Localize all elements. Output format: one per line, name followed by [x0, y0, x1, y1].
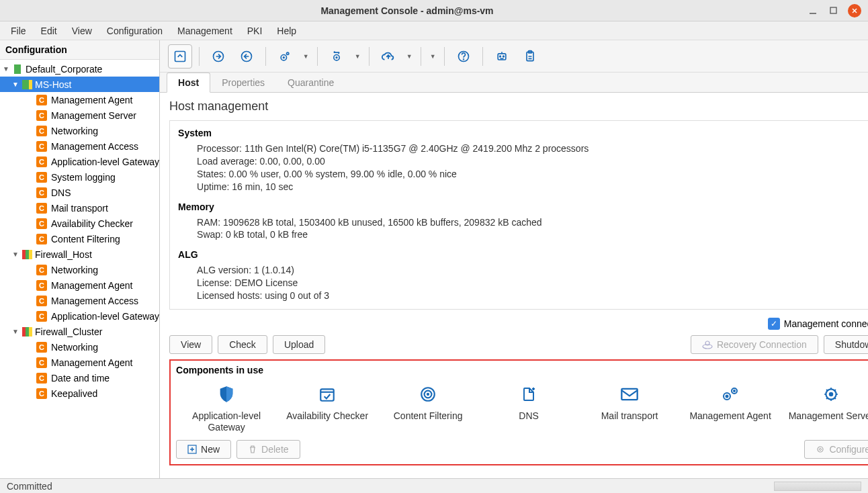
- tree-comp-networking[interactable]: CNetworking: [0, 262, 159, 277]
- svg-point-15: [500, 56, 501, 57]
- component-icon: C: [36, 357, 47, 368]
- tool-up-icon[interactable]: [168, 44, 192, 69]
- shutdown-button[interactable]: Shutdown: [824, 335, 868, 354]
- menu-pki[interactable]: PKI: [241, 23, 269, 39]
- status-progress: [774, 482, 861, 491]
- status-icon: [21, 79, 32, 90]
- tool-dropdown-icon[interactable]: ▼: [404, 53, 414, 60]
- svg-point-34: [830, 393, 832, 396]
- upload-button[interactable]: Upload: [273, 335, 325, 354]
- tool-dropdown-icon[interactable]: ▼: [301, 53, 310, 60]
- tree-comp-content-filtering[interactable]: CContent Filtering: [0, 231, 159, 246]
- status-icon: [21, 249, 32, 260]
- expand-arrow-icon[interactable]: ▼: [12, 81, 21, 88]
- expand-arrow-icon[interactable]: ▼: [12, 251, 21, 258]
- tool-commit-in-icon[interactable]: [206, 44, 230, 69]
- tree-comp-mail-transport[interactable]: CMail transport: [0, 200, 159, 216]
- component-availability-checker[interactable]: Availability Checker: [277, 385, 378, 433]
- tree-comp-keepalived[interactable]: CKeepalived: [0, 386, 159, 401]
- system-states: States: 0.00 % user, 0.00 % system, 99.0…: [178, 168, 868, 181]
- tree-comp-management-agent[interactable]: CManagement Agent: [0, 277, 159, 293]
- component-management-agent[interactable]: Management Agent: [680, 385, 781, 433]
- tree-host-ms-host[interactable]: ▼MS-Host: [0, 77, 159, 92]
- maximize-button[interactable]: [828, 5, 838, 16]
- tool-help-icon[interactable]: [451, 44, 476, 69]
- tree-comp-networking[interactable]: CNetworking: [0, 123, 159, 138]
- component-icon: C: [36, 265, 47, 275]
- plus-icon: [187, 445, 197, 454]
- menu-help[interactable]: Help: [270, 23, 303, 39]
- minimize-button[interactable]: [808, 5, 818, 16]
- sidebar: Configuration ▼Default_Corporate▼MS-Host…: [0, 40, 160, 478]
- component-application-level-gateway[interactable]: Application-level Gateway: [176, 385, 277, 433]
- tree-comp-application-level-gateway[interactable]: CApplication-level Gateway: [0, 308, 159, 324]
- status-icon: [12, 64, 23, 75]
- tree-label: Management Access: [51, 296, 138, 306]
- menu-management[interactable]: Management: [171, 23, 239, 39]
- menu-file[interactable]: File: [4, 23, 33, 39]
- tree-comp-networking[interactable]: CNetworking: [0, 339, 159, 355]
- tree-comp-management-access[interactable]: CManagement Access: [0, 138, 159, 154]
- tree-host-firewall-cluster[interactable]: ▼Firewall_Cluster: [0, 324, 159, 339]
- component-management-server[interactable]: Management Server: [781, 385, 868, 433]
- calendar-check-icon: [318, 385, 337, 404]
- tree-comp-management-agent[interactable]: CManagement Agent: [0, 92, 159, 107]
- target-icon: [419, 385, 437, 404]
- view-button[interactable]: View: [169, 335, 212, 354]
- tree-label: Firewall_Host: [35, 249, 92, 260]
- expand-arrow-icon[interactable]: ▼: [12, 328, 21, 335]
- tree-site-default-corporate[interactable]: ▼Default_Corporate: [0, 61, 159, 77]
- tree-comp-system-logging[interactable]: CSystem logging: [0, 169, 159, 185]
- tree-comp-application-level-gateway[interactable]: CApplication-level Gateway: [0, 154, 159, 169]
- new-component-button[interactable]: New: [176, 440, 231, 459]
- tool-commit-out-icon[interactable]: [234, 44, 259, 69]
- tool-robot-icon[interactable]: [490, 44, 514, 69]
- statusbar: Committed: [0, 478, 868, 493]
- tool-gear-swap-icon[interactable]: [324, 44, 349, 69]
- configure-component-button[interactable]: Configure: [804, 440, 868, 459]
- tree-label: Mail transport: [51, 203, 108, 214]
- mail-icon: [620, 385, 639, 404]
- tool-gear-view-icon[interactable]: [273, 44, 297, 69]
- tree-comp-date-and-time[interactable]: CDate and time: [0, 370, 159, 386]
- svg-point-13: [464, 58, 464, 59]
- tree-label: Management Access: [51, 141, 138, 152]
- tool-clipboard-icon[interactable]: [518, 44, 542, 69]
- tab-host[interactable]: Host: [167, 73, 210, 93]
- menu-configuration[interactable]: Configuration: [100, 23, 169, 39]
- component-dns[interactable]: DNS: [478, 385, 579, 433]
- component-content-filtering[interactable]: Content Filtering: [378, 385, 478, 433]
- expand-arrow-icon[interactable]: ▼: [3, 65, 12, 73]
- alg-version: ALG version: 1 (1.0.14): [178, 264, 868, 277]
- close-button[interactable]: [848, 4, 861, 17]
- system-info-box: System Processor: 11th Gen Intel(R) Core…: [169, 120, 868, 310]
- tree-comp-management-agent[interactable]: CManagement Agent: [0, 355, 159, 370]
- toolbar-separator: [199, 47, 200, 66]
- component-mail-transport[interactable]: Mail transport: [579, 385, 680, 433]
- tree-comp-management-server[interactable]: CManagement Server: [0, 107, 159, 123]
- tool-dropdown-icon[interactable]: ▼: [353, 53, 362, 60]
- delete-component-button[interactable]: Delete: [236, 440, 300, 459]
- tab-properties[interactable]: Properties: [210, 73, 276, 93]
- menu-view[interactable]: View: [65, 23, 99, 39]
- tool-upload-cloud-icon[interactable]: [376, 44, 400, 69]
- tree-label: Networking: [51, 265, 98, 275]
- gear-icon: [822, 385, 840, 404]
- tree-host-firewall-host[interactable]: ▼Firewall_Host: [0, 246, 159, 262]
- component-label: Content Filtering: [394, 410, 463, 422]
- tree-comp-availability-checker[interactable]: CAvailability Checker: [0, 216, 159, 231]
- management-connection-checkbox[interactable]: ✓: [768, 318, 780, 330]
- config-tree[interactable]: ▼Default_Corporate▼MS-HostCManagement Ag…: [0, 60, 159, 478]
- component-icon: C: [36, 234, 47, 244]
- tool-dropdown-icon[interactable]: ▼: [428, 53, 437, 60]
- system-heading: System: [178, 128, 868, 138]
- tab-quarantine[interactable]: Quarantine: [276, 73, 345, 93]
- tree-comp-management-access[interactable]: CManagement Access: [0, 293, 159, 308]
- recovery-connection-button[interactable]: Recovery Connection: [691, 335, 818, 354]
- tree-comp-dns[interactable]: CDNS: [0, 185, 159, 200]
- titlebar: Management Console - admin@ms-vm: [0, 0, 868, 21]
- check-button[interactable]: Check: [218, 335, 267, 354]
- system-load: Load average: 0.00, 0.00, 0.00: [178, 155, 868, 168]
- file-plus-icon: [519, 385, 538, 404]
- menu-edit[interactable]: Edit: [34, 23, 64, 39]
